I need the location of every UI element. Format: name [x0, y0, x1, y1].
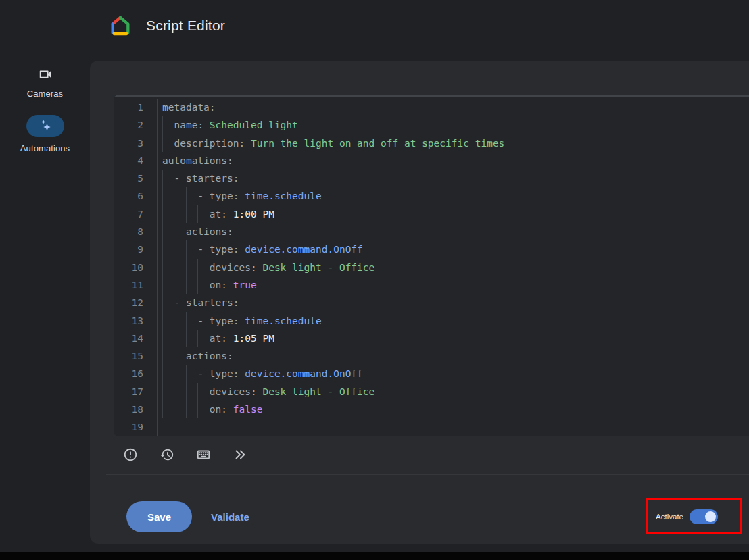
code-line[interactable]: 13 - type: time.schedule	[114, 312, 749, 330]
toggle-thumb	[705, 511, 716, 522]
code-line-content: actions:	[157, 223, 749, 240]
code-line-content: description: Turn the light on and off a…	[157, 134, 749, 152]
bottom-strip	[0, 552, 749, 560]
activate-toggle[interactable]	[690, 509, 718, 524]
code-line-content: - type: time.schedule	[157, 187, 749, 205]
line-number: 5	[114, 170, 143, 187]
code-line[interactable]: 1metadata:	[114, 99, 749, 116]
code-line[interactable]: 19	[114, 418, 749, 436]
code-line-content: devices: Desk light - Office	[157, 259, 749, 276]
code-line[interactable]: 16 - type: device.command.OnOff	[114, 365, 749, 382]
code-line-content: metadata:	[157, 99, 749, 116]
history-icon	[160, 447, 174, 462]
code-line[interactable]: 10 devices: Desk light - Office	[114, 259, 749, 276]
sidebar-item-automations[interactable]: Automations	[20, 115, 70, 153]
expand-button[interactable]	[232, 447, 248, 463]
code-line-content: - type: device.command.OnOff	[157, 240, 749, 258]
code-line[interactable]: 3 description: Turn the light on and off…	[114, 134, 749, 152]
code-line[interactable]: 2 name: Scheduled light	[114, 116, 749, 134]
validate-button[interactable]: Validate	[211, 511, 249, 523]
code-line-content: at: 1:00 PM	[157, 205, 749, 223]
code-line-content: - starters:	[157, 170, 749, 187]
line-number: 4	[114, 152, 143, 170]
line-number: 12	[114, 294, 143, 311]
error-icon	[123, 447, 138, 462]
code-line[interactable]: 8 actions:	[114, 223, 749, 240]
code-line-content: automations:	[157, 152, 749, 170]
line-number: 2	[114, 116, 143, 134]
code-line-content: name: Scheduled light	[157, 116, 749, 134]
code-lines: 1metadata:2 name: Scheduled light3 descr…	[114, 95, 749, 436]
script-editor-panel: 1metadata:2 name: Scheduled light3 descr…	[90, 61, 749, 544]
line-number: 6	[114, 187, 143, 205]
line-number: 1	[114, 99, 143, 116]
line-number: 14	[114, 330, 143, 347]
line-number: 10	[114, 259, 143, 276]
code-line[interactable]: 17 devices: Desk light - Office	[114, 383, 749, 401]
double-chevron-icon	[233, 447, 247, 462]
editor-toolbar	[122, 439, 248, 470]
code-line-content: actions:	[157, 347, 749, 365]
line-number: 8	[114, 223, 143, 240]
code-line-content: on: true	[157, 276, 749, 294]
sparkle-icon	[39, 118, 52, 134]
code-line[interactable]: 12 - starters:	[114, 294, 749, 311]
code-line[interactable]: 14 at: 1:05 PM	[114, 330, 749, 347]
camera-icon	[38, 66, 53, 82]
automations-active-pill	[26, 115, 64, 137]
code-line-content: at: 1:05 PM	[157, 330, 749, 347]
footer-actions: Save Validate	[126, 501, 249, 532]
code-line[interactable]: 11 on: true	[114, 276, 749, 294]
keyboard-button[interactable]	[195, 447, 212, 463]
app-header: Script Editor	[110, 15, 225, 36]
code-editor[interactable]: 1metadata:2 name: Scheduled light3 descr…	[114, 95, 749, 436]
line-number: 15	[114, 347, 143, 365]
code-line[interactable]: 7 at: 1:00 PM	[114, 205, 749, 223]
code-line[interactable]: 18 on: false	[114, 401, 749, 418]
sidebar-item-cameras[interactable]: Cameras	[27, 66, 63, 99]
code-line[interactable]: 6 - type: time.schedule	[114, 187, 749, 205]
code-line[interactable]: 15 actions:	[114, 347, 749, 365]
keyboard-icon	[196, 447, 211, 462]
line-number: 19	[114, 418, 143, 436]
save-button[interactable]: Save	[126, 501, 192, 532]
code-line[interactable]: 4automations:	[114, 152, 749, 170]
code-line[interactable]: 9 - type: device.command.OnOff	[114, 240, 749, 258]
sidebar-item-label: Cameras	[27, 88, 63, 99]
line-number: 3	[114, 134, 143, 152]
problems-button[interactable]	[122, 447, 139, 463]
line-number: 17	[114, 383, 143, 401]
line-number: 16	[114, 365, 143, 382]
line-number: 18	[114, 401, 143, 418]
code-line-content	[157, 418, 749, 436]
history-button[interactable]	[159, 447, 175, 463]
activate-label: Activate	[656, 513, 683, 521]
line-number: 13	[114, 312, 143, 330]
sidebar-item-label: Automations	[20, 143, 70, 153]
activate-control: Activate	[656, 501, 718, 532]
code-line-content: - type: time.schedule	[157, 312, 749, 330]
line-number: 7	[114, 205, 143, 223]
footer-divider	[106, 474, 749, 475]
sidebar: Cameras Automations	[0, 62, 90, 153]
code-line[interactable]: 5 - starters:	[114, 170, 749, 187]
page-title: Script Editor	[146, 18, 225, 34]
code-line-content: devices: Desk light - Office	[157, 383, 749, 401]
line-number: 9	[114, 240, 143, 258]
google-home-logo-icon	[110, 15, 131, 36]
code-line-content: - type: device.command.OnOff	[157, 365, 749, 382]
code-line-content: - starters:	[157, 294, 749, 311]
code-line-content: on: false	[157, 401, 749, 418]
line-number: 11	[114, 276, 143, 294]
